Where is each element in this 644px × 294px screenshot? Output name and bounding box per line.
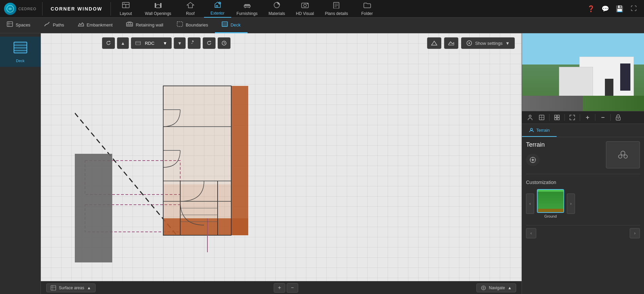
filter-button[interactable] xyxy=(552,113,562,122)
svg-point-94 xyxy=(624,155,627,158)
retaining-wall-icon xyxy=(126,21,133,28)
bottom-next-button[interactable]: › xyxy=(630,228,640,238)
zoom-in-3d-button[interactable]: + xyxy=(582,113,593,122)
carousel-prev-button[interactable]: ‹ xyxy=(526,194,534,214)
canvas-controls: ▲ RDC ▼ ▼ xyxy=(102,37,231,49)
tool-deck[interactable]: Deck xyxy=(0,37,40,67)
terrain-tab[interactable]: Terrain xyxy=(522,124,557,137)
toolbar-item-exterior[interactable]: Exterior xyxy=(204,0,231,18)
svg-rect-23 xyxy=(7,22,13,26)
lock-button[interactable] xyxy=(613,113,624,122)
zoom-in-button[interactable]: ＋ xyxy=(274,283,285,293)
view-divider-4 xyxy=(595,114,595,121)
layout-icon xyxy=(122,2,130,10)
grass-texture xyxy=(538,190,563,209)
terrain-settings-button[interactable] xyxy=(526,154,540,166)
toolbar-item-materials[interactable]: Materials xyxy=(263,0,291,18)
fullscreen-button[interactable]: ⛶ xyxy=(628,3,640,15)
ground-swatch[interactable] xyxy=(537,189,564,213)
sub-label-boundaries: Boundaries xyxy=(186,22,208,27)
svg-rect-50 xyxy=(75,154,112,262)
select-shape-button[interactable] xyxy=(427,37,441,49)
save-button[interactable]: 💾 xyxy=(613,3,626,15)
refresh-button[interactable] xyxy=(102,37,115,49)
toolbar-item-folder[interactable]: Folder xyxy=(354,0,381,18)
svg-rect-33 xyxy=(177,22,183,26)
svg-point-84 xyxy=(618,118,619,119)
svg-point-87 xyxy=(532,159,534,161)
customization-section: Customization ‹ Ground › xyxy=(526,180,640,218)
right-panel: + − Terrain xyxy=(522,33,644,294)
top-right-controls: Show settings ▼ xyxy=(427,37,515,49)
expand-button[interactable] xyxy=(567,113,578,122)
app-title: CORNER WINDOW xyxy=(44,6,109,12)
svg-rect-82 xyxy=(557,118,559,120)
navigate-label: Navigate xyxy=(489,286,505,290)
toolbar-item-hd-visual[interactable]: HD Visual xyxy=(290,0,319,18)
toolbar-item-furnishings[interactable]: Furnishings xyxy=(231,0,263,18)
view-divider-1 xyxy=(549,114,549,121)
svg-rect-38 xyxy=(14,42,27,53)
sub-toolbar: Spaces Paths Embankment xyxy=(0,18,644,33)
bottom-nav: ‹ › xyxy=(526,228,640,238)
logo-text: CEDREO xyxy=(18,7,36,11)
sub-item-boundaries[interactable]: Boundaries xyxy=(170,18,215,33)
floor-plan xyxy=(75,52,313,262)
sub-item-retaining-wall[interactable]: Retaining wall xyxy=(119,18,170,33)
show-settings-button[interactable]: Show settings ▼ xyxy=(461,37,515,49)
toolbar-item-layout[interactable]: Layout xyxy=(112,0,139,18)
toolbar-label-wall-openings: Wall Openings xyxy=(145,11,171,16)
toolbar-item-plans-details[interactable]: Plans details xyxy=(319,0,353,18)
svg-point-46 xyxy=(469,42,470,44)
zoom-out-3d-button[interactable]: − xyxy=(597,113,608,122)
toolbar-divider-1 xyxy=(42,2,43,16)
zoom-controls: ＋ － xyxy=(274,283,298,293)
refresh2-button[interactable] xyxy=(218,37,231,49)
sub-item-embankment[interactable]: Embankment xyxy=(71,18,120,33)
redo-button[interactable] xyxy=(203,37,216,49)
toolbar-label-materials: Materials xyxy=(269,11,285,16)
carousel-next-button[interactable]: › xyxy=(567,194,575,214)
sub-label-spaces: Spaces xyxy=(16,22,30,27)
navigate-button[interactable]: Navigate ▲ xyxy=(476,283,516,292)
bottom-prev-button[interactable]: ‹ xyxy=(526,228,536,238)
svg-rect-80 xyxy=(557,115,559,117)
furnishings-icon xyxy=(243,2,251,10)
3d-preview-image xyxy=(522,33,644,111)
materials-icon xyxy=(273,2,281,10)
zoom-out-button[interactable]: － xyxy=(287,283,298,293)
help-button[interactable]: ❓ xyxy=(585,3,597,15)
sub-item-deck[interactable]: Deck xyxy=(215,18,248,33)
toolbar-label-exterior: Exterior xyxy=(210,11,224,16)
chat-button[interactable]: 💬 xyxy=(599,3,611,15)
svg-point-18 xyxy=(307,3,308,4)
toolbar-item-wall-openings[interactable]: Wall Openings xyxy=(139,0,177,18)
sub-item-spaces[interactable]: Spaces xyxy=(0,18,37,33)
svg-rect-79 xyxy=(555,115,557,117)
exterior-icon xyxy=(214,1,222,10)
toolbar-item-roof[interactable]: Roof xyxy=(177,0,204,18)
sub-item-paths[interactable]: Paths xyxy=(37,18,71,33)
svg-rect-69 xyxy=(51,286,56,290)
terrain-shape-button[interactable] xyxy=(444,37,458,49)
3d-preview xyxy=(522,33,644,111)
floor-selector[interactable]: RDC ▼ xyxy=(131,37,172,49)
hd-visual-icon xyxy=(301,2,309,10)
canvas-area[interactable]: ▲ RDC ▼ ▼ xyxy=(41,33,522,294)
person-view-button[interactable] xyxy=(525,113,536,122)
terrain-content: Terrain xyxy=(522,137,644,294)
undo-button[interactable] xyxy=(188,37,201,49)
wall-openings-icon xyxy=(154,2,162,10)
surface-areas-button[interactable]: Surface areas ▲ xyxy=(46,283,96,292)
ground-label: Ground xyxy=(537,214,564,218)
spaces-icon xyxy=(7,21,13,28)
floor-down-button[interactable]: ▼ xyxy=(174,37,186,49)
view2-button[interactable] xyxy=(536,113,547,122)
floor-up-button[interactable]: ▲ xyxy=(117,37,129,49)
svg-rect-52 xyxy=(163,218,248,235)
view-divider-3 xyxy=(580,114,580,121)
toolbar-label-plans-details: Plans details xyxy=(325,11,348,16)
ground-carousel: ‹ Ground › xyxy=(526,189,640,218)
folder-icon xyxy=(363,2,371,10)
deck-icon xyxy=(222,21,228,28)
